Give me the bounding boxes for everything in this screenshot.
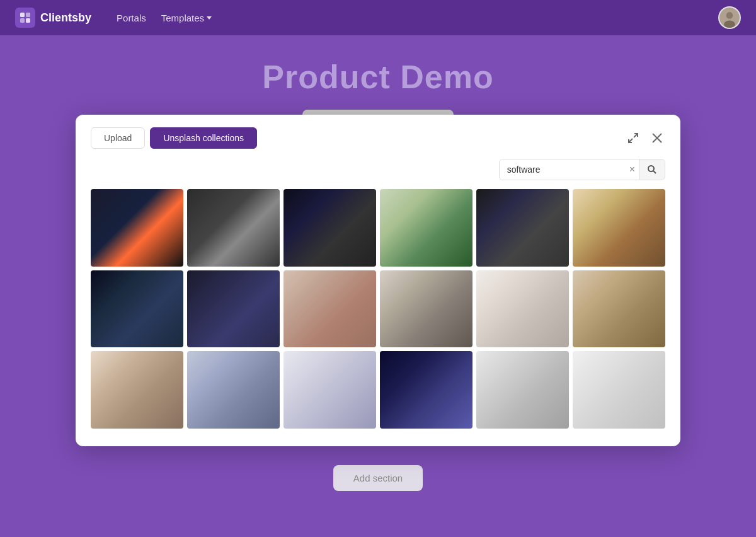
brand-logo-link[interactable]: Clientsby — [15, 8, 91, 28]
brand-logo-icon — [15, 8, 35, 28]
svg-rect-2 — [20, 18, 25, 23]
page-background: Product Demo Upload Unsplash collections — [0, 35, 756, 537]
nav-links: Portals Templates — [112, 9, 217, 27]
search-row: × — [91, 159, 665, 180]
search-submit-button[interactable] — [639, 159, 665, 180]
navbar: Clientsby Portals Templates — [0, 0, 756, 35]
image-cell[interactable] — [284, 270, 376, 348]
svg-point-6 — [724, 20, 735, 28]
image-cell[interactable] — [573, 270, 665, 348]
nav-templates[interactable]: Templates — [156, 9, 217, 27]
close-icon — [651, 132, 663, 144]
modal-header: Upload Unsplash collections — [91, 127, 665, 149]
search-box: × — [499, 159, 665, 180]
image-cell[interactable] — [91, 351, 183, 429]
tab-unsplash[interactable]: Unsplash collections — [150, 127, 257, 149]
image-cell[interactable] — [187, 270, 280, 348]
image-grid — [91, 189, 665, 429]
image-cell[interactable] — [380, 351, 472, 429]
image-cell[interactable] — [284, 189, 376, 267]
expand-icon — [627, 132, 639, 144]
image-cell[interactable] — [187, 351, 280, 429]
search-icon — [647, 165, 657, 175]
image-cell[interactable] — [476, 189, 569, 267]
avatar[interactable] — [718, 6, 741, 29]
brand-name: Clientsby — [40, 11, 91, 25]
search-clear-button[interactable]: × — [626, 164, 639, 175]
search-input[interactable] — [500, 159, 626, 180]
add-section-button[interactable]: Add section — [333, 465, 423, 491]
svg-point-5 — [726, 12, 733, 19]
svg-rect-3 — [26, 18, 30, 23]
chevron-down-icon — [207, 16, 212, 20]
modal-actions — [625, 130, 665, 146]
tab-upload[interactable]: Upload — [91, 127, 145, 149]
image-cell[interactable] — [380, 189, 472, 267]
svg-line-12 — [653, 171, 656, 173]
image-cell[interactable] — [476, 270, 569, 348]
nav-portals[interactable]: Portals — [112, 9, 151, 27]
modal-tabs: Upload Unsplash collections — [91, 127, 257, 149]
page-title: Product Demo — [262, 58, 493, 96]
image-cell[interactable] — [476, 351, 569, 429]
close-icon-button[interactable] — [649, 130, 665, 146]
image-cell[interactable] — [91, 270, 183, 348]
image-cell[interactable] — [380, 270, 472, 348]
expand-icon-button[interactable] — [625, 130, 641, 146]
image-cell[interactable] — [91, 189, 183, 267]
image-cell[interactable] — [573, 189, 665, 267]
image-cell[interactable] — [573, 351, 665, 429]
image-cell[interactable] — [187, 189, 280, 267]
svg-rect-1 — [26, 13, 30, 17]
image-picker-modal: Upload Unsplash collections — [76, 115, 680, 446]
image-cell[interactable] — [284, 351, 376, 429]
svg-rect-0 — [20, 13, 25, 17]
svg-point-11 — [648, 166, 654, 171]
